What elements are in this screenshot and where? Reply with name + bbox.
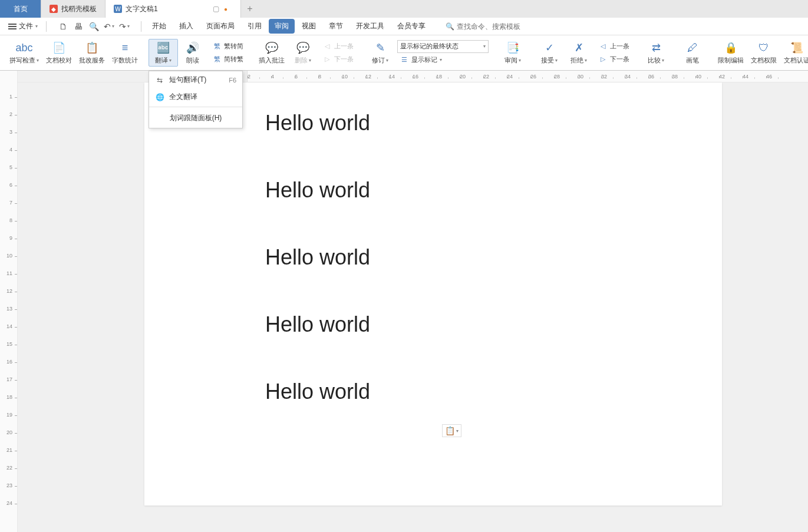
s2t-icon: 繁 — [212, 55, 222, 64]
document-paragraph[interactable]: Hello world — [265, 379, 601, 404]
wordcount-icon: ≡ — [118, 41, 132, 55]
document-paragraph[interactable]: Hello world — [265, 111, 601, 136]
document-paragraph[interactable]: Hello world — [265, 178, 601, 203]
dropdown-panel-toggle[interactable]: 划词跟随面板(H) — [149, 108, 242, 128]
spellcheck-icon: abc — [17, 41, 31, 55]
redo-button[interactable]: ↷▾ — [118, 21, 130, 32]
prev-comment-button[interactable]: ◁上一条 — [320, 41, 356, 52]
ribbon-tab-view[interactable]: 视图 — [296, 19, 322, 34]
document-paragraph[interactable]: Hello world — [265, 312, 601, 337]
short-translate-icon: ⇆ — [155, 76, 164, 84]
quick-access-toolbar: 🗋 🖶 🔍 ↶▾ ↷▾ — [51, 21, 136, 32]
hruler-tick: 42 — [719, 74, 743, 80]
accept-button[interactable]: ✓ 接受▾ — [535, 39, 564, 66]
hamburger-icon — [8, 22, 17, 31]
hruler-tick: 44 — [743, 74, 766, 80]
translate-button[interactable]: 🔤 翻译▾ — [149, 39, 178, 67]
hruler-tick: 40 — [695, 74, 719, 80]
next-comment-icon: ▷ — [322, 55, 332, 64]
hruler-tick: 38 — [672, 74, 695, 80]
horizontal-ruler[interactable]: 2468101214161820222426283032343638404244… — [18, 71, 808, 82]
read-icon: 🔊 — [186, 41, 200, 55]
hruler-tick: 20 — [460, 74, 483, 80]
vruler-tick: 6 — [0, 186, 17, 203]
tab-template[interactable]: ◆ 找稻壳模板 — [41, 0, 105, 18]
paste-options-widget[interactable]: 📋▾ — [442, 424, 461, 437]
new-tab-button[interactable]: + — [241, 0, 259, 18]
modified-dot-icon: ● — [224, 6, 227, 12]
file-menu[interactable]: 文件 ▾ — [5, 21, 41, 31]
new-doc-button[interactable]: 🗋 — [57, 21, 69, 32]
vruler-tick: 4 — [0, 150, 17, 168]
dropdown-full-translate[interactable]: 🌐 全文翻译 — [149, 88, 242, 105]
undo-button[interactable]: ↶▾ — [103, 21, 115, 32]
hruler-tick: 36 — [648, 74, 672, 80]
vertical-ruler[interactable]: 123456789101112131415161718192021222324 — [0, 71, 18, 532]
delete-comment-icon: 💬 — [296, 41, 310, 55]
title-bar: 首页 ◆ 找稻壳模板 W 文字文稿1 ▢ ● + — [0, 0, 808, 18]
simp-to-trad-button[interactable]: 繁简转繁 — [210, 54, 246, 65]
hruler-tick: 26 — [530, 74, 554, 80]
vruler-tick: 3 — [0, 133, 17, 150]
compare-icon: ⇄ — [649, 41, 663, 55]
ribbon-tab-chapter[interactable]: 章节 — [323, 19, 349, 34]
tab-home[interactable]: 首页 — [0, 0, 41, 18]
dropdown-short-translate[interactable]: ⇆ 短句翻译(T) F6 — [149, 71, 242, 88]
ribbon-tab-layout[interactable]: 页面布局 — [200, 19, 240, 34]
hruler-tick: 16 — [413, 74, 436, 80]
paste-icon: 📋 — [445, 426, 455, 435]
document-paragraph[interactable]: Hello world — [265, 245, 601, 270]
spellcheck-button[interactable]: abc 拼写检查▾ — [6, 39, 42, 66]
restrict-edit-button[interactable]: 🔒 限制编辑 — [714, 39, 747, 66]
hruler-tick: 4 — [271, 74, 295, 80]
hruler-tick: 8 — [318, 74, 342, 80]
accept-icon: ✓ — [542, 41, 556, 55]
ribbon-tab-reference[interactable]: 引用 — [242, 19, 268, 34]
preview-button[interactable]: 🔍 — [88, 21, 100, 32]
hruler-tick: 12 — [365, 74, 389, 80]
hruler-tick: 10 — [342, 74, 365, 80]
show-markup-button[interactable]: ☰显示标记▾ — [397, 54, 489, 66]
doc-cert-button[interactable]: 📜 文档认证 — [780, 39, 808, 66]
window-icon[interactable]: ▢ — [213, 5, 219, 13]
insert-comment-button[interactable]: 💬 插入批注 — [255, 39, 288, 66]
pen-button[interactable]: 🖊 画笔 — [678, 39, 707, 66]
revision-button[interactable]: ✎ 修订▾ — [365, 39, 395, 66]
ribbon-tab-vip[interactable]: 会员专享 — [391, 19, 431, 34]
search-input[interactable] — [457, 22, 551, 31]
next-comment-button[interactable]: ▷下一条 — [320, 54, 356, 65]
review-pane-icon: 📑 — [506, 41, 520, 55]
next-change-button[interactable]: ▷下一条 — [596, 54, 632, 65]
menu-bar: 文件 ▾ 🗋 🖶 🔍 ↶▾ ↷▾ 开始 插入 页面布局 引用 审阅 视图 章节 … — [0, 18, 808, 35]
hruler-tick: 18 — [436, 74, 460, 80]
delete-comment-button[interactable]: 💬 删除▾ — [288, 39, 318, 66]
batch-button[interactable]: 📋 批改服务 — [75, 39, 108, 66]
ribbon-tab-start[interactable]: 开始 — [146, 19, 172, 34]
reject-button[interactable]: ✗ 拒绝▾ — [564, 39, 593, 66]
hruler-tick: 22 — [483, 74, 507, 80]
wordcount-button[interactable]: ≡ 字数统计 — [108, 39, 141, 66]
ribbon-tab-review[interactable]: 审阅 — [269, 19, 295, 34]
show-markup-icon: ☰ — [400, 55, 409, 65]
t2s-icon: 繁 — [212, 42, 222, 51]
search-box[interactable]: 🔍 — [446, 22, 563, 31]
doccheck-button[interactable]: 📄 文档校对 — [42, 39, 75, 66]
vruler-tick: 5 — [0, 168, 17, 186]
ribbon-tab-insert[interactable]: 插入 — [173, 19, 199, 34]
batch-icon: 📋 — [85, 41, 99, 55]
markup-display-select[interactable]: 显示标记的最终状态▾ — [397, 40, 489, 53]
hruler-tick: 6 — [295, 74, 318, 80]
review-pane-button[interactable]: 📑 审阅▾ — [498, 39, 527, 66]
perm-icon: 🛡 — [757, 41, 771, 55]
reject-icon: ✗ — [572, 41, 586, 55]
tab-document[interactable]: W 文字文稿1 ▢ ● — [105, 0, 241, 18]
print-button[interactable]: 🖶 — [72, 21, 84, 32]
compare-button[interactable]: ⇄ 比较▾ — [641, 39, 671, 66]
read-button[interactable]: 🔊 朗读 — [178, 39, 207, 66]
doc-perm-button[interactable]: 🛡 文档权限 — [747, 39, 780, 66]
document-page[interactable]: Hello worldHello worldHello worldHello w… — [144, 82, 722, 505]
prev-change-button[interactable]: ◁上一条 — [596, 41, 632, 52]
ribbon-tab-devtools[interactable]: 开发工具 — [350, 19, 390, 34]
insert-comment-icon: 💬 — [265, 41, 279, 55]
trad-to-simp-button[interactable]: 繁繁转简 — [210, 41, 246, 52]
